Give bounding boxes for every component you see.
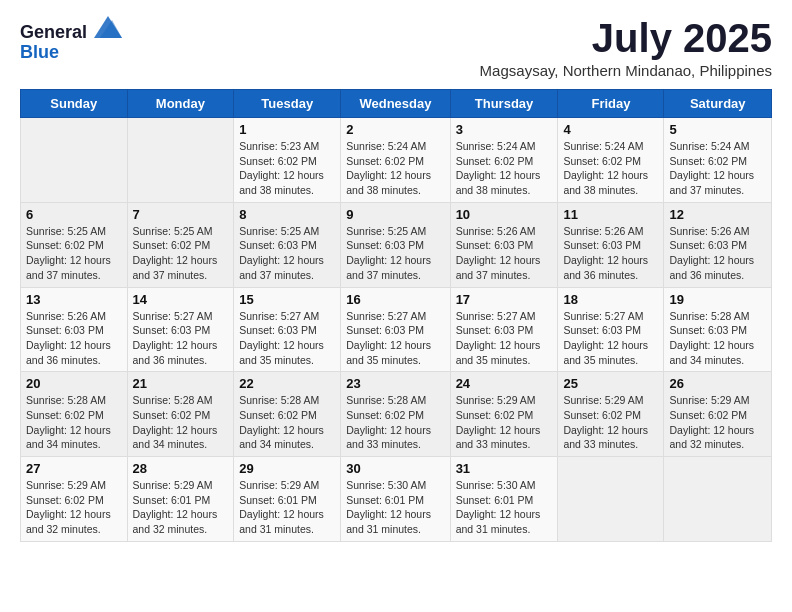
weekday-header-row: SundayMondayTuesdayWednesdayThursdayFrid… bbox=[21, 90, 772, 118]
day-number: 2 bbox=[346, 122, 444, 137]
title-area: July 2025 Magsaysay, Northern Mindanao, … bbox=[480, 16, 772, 79]
calendar-cell: 28Sunrise: 5:29 AM Sunset: 6:01 PM Dayli… bbox=[127, 457, 234, 542]
calendar-cell: 3Sunrise: 5:24 AM Sunset: 6:02 PM Daylig… bbox=[450, 118, 558, 203]
calendar-cell: 9Sunrise: 5:25 AM Sunset: 6:03 PM Daylig… bbox=[341, 202, 450, 287]
day-info: Sunrise: 5:30 AM Sunset: 6:01 PM Dayligh… bbox=[456, 478, 553, 537]
weekday-header-tuesday: Tuesday bbox=[234, 90, 341, 118]
day-info: Sunrise: 5:28 AM Sunset: 6:02 PM Dayligh… bbox=[26, 393, 122, 452]
week-row-2: 6Sunrise: 5:25 AM Sunset: 6:02 PM Daylig… bbox=[21, 202, 772, 287]
calendar-cell: 22Sunrise: 5:28 AM Sunset: 6:02 PM Dayli… bbox=[234, 372, 341, 457]
day-number: 9 bbox=[346, 207, 444, 222]
day-number: 6 bbox=[26, 207, 122, 222]
weekday-header-saturday: Saturday bbox=[664, 90, 772, 118]
calendar-cell: 8Sunrise: 5:25 AM Sunset: 6:03 PM Daylig… bbox=[234, 202, 341, 287]
day-info: Sunrise: 5:29 AM Sunset: 6:01 PM Dayligh… bbox=[133, 478, 229, 537]
day-number: 22 bbox=[239, 376, 335, 391]
day-info: Sunrise: 5:24 AM Sunset: 6:02 PM Dayligh… bbox=[669, 139, 766, 198]
day-info: Sunrise: 5:27 AM Sunset: 6:03 PM Dayligh… bbox=[563, 309, 658, 368]
calendar-cell: 21Sunrise: 5:28 AM Sunset: 6:02 PM Dayli… bbox=[127, 372, 234, 457]
day-number: 10 bbox=[456, 207, 553, 222]
day-info: Sunrise: 5:28 AM Sunset: 6:03 PM Dayligh… bbox=[669, 309, 766, 368]
calendar-cell: 14Sunrise: 5:27 AM Sunset: 6:03 PM Dayli… bbox=[127, 287, 234, 372]
weekday-header-friday: Friday bbox=[558, 90, 664, 118]
day-info: Sunrise: 5:25 AM Sunset: 6:02 PM Dayligh… bbox=[26, 224, 122, 283]
day-number: 17 bbox=[456, 292, 553, 307]
day-number: 28 bbox=[133, 461, 229, 476]
day-number: 25 bbox=[563, 376, 658, 391]
calendar-cell: 11Sunrise: 5:26 AM Sunset: 6:03 PM Dayli… bbox=[558, 202, 664, 287]
day-info: Sunrise: 5:27 AM Sunset: 6:03 PM Dayligh… bbox=[239, 309, 335, 368]
logo-line1: General bbox=[20, 20, 122, 43]
calendar-cell bbox=[21, 118, 128, 203]
day-info: Sunrise: 5:26 AM Sunset: 6:03 PM Dayligh… bbox=[26, 309, 122, 368]
page-container: General Blue July 2025 Magsaysay, Northe… bbox=[0, 0, 792, 562]
week-row-5: 27Sunrise: 5:29 AM Sunset: 6:02 PM Dayli… bbox=[21, 457, 772, 542]
calendar-cell: 18Sunrise: 5:27 AM Sunset: 6:03 PM Dayli… bbox=[558, 287, 664, 372]
calendar-cell: 29Sunrise: 5:29 AM Sunset: 6:01 PM Dayli… bbox=[234, 457, 341, 542]
day-number: 5 bbox=[669, 122, 766, 137]
day-number: 13 bbox=[26, 292, 122, 307]
calendar-cell: 17Sunrise: 5:27 AM Sunset: 6:03 PM Dayli… bbox=[450, 287, 558, 372]
day-number: 7 bbox=[133, 207, 229, 222]
calendar-cell: 20Sunrise: 5:28 AM Sunset: 6:02 PM Dayli… bbox=[21, 372, 128, 457]
logo: General Blue bbox=[20, 20, 122, 63]
calendar-cell: 19Sunrise: 5:28 AM Sunset: 6:03 PM Dayli… bbox=[664, 287, 772, 372]
calendar-cell: 4Sunrise: 5:24 AM Sunset: 6:02 PM Daylig… bbox=[558, 118, 664, 203]
logo-blue: Blue bbox=[20, 42, 59, 62]
day-info: Sunrise: 5:25 AM Sunset: 6:03 PM Dayligh… bbox=[239, 224, 335, 283]
calendar-cell: 6Sunrise: 5:25 AM Sunset: 6:02 PM Daylig… bbox=[21, 202, 128, 287]
day-number: 1 bbox=[239, 122, 335, 137]
day-number: 15 bbox=[239, 292, 335, 307]
day-number: 4 bbox=[563, 122, 658, 137]
calendar-cell: 5Sunrise: 5:24 AM Sunset: 6:02 PM Daylig… bbox=[664, 118, 772, 203]
day-info: Sunrise: 5:27 AM Sunset: 6:03 PM Dayligh… bbox=[456, 309, 553, 368]
logo-text-block: General Blue bbox=[20, 20, 122, 63]
day-info: Sunrise: 5:29 AM Sunset: 6:02 PM Dayligh… bbox=[669, 393, 766, 452]
day-number: 18 bbox=[563, 292, 658, 307]
day-info: Sunrise: 5:25 AM Sunset: 6:02 PM Dayligh… bbox=[133, 224, 229, 283]
calendar-cell: 15Sunrise: 5:27 AM Sunset: 6:03 PM Dayli… bbox=[234, 287, 341, 372]
logo-line2: Blue bbox=[20, 43, 122, 63]
calendar-cell bbox=[558, 457, 664, 542]
day-number: 19 bbox=[669, 292, 766, 307]
day-info: Sunrise: 5:24 AM Sunset: 6:02 PM Dayligh… bbox=[456, 139, 553, 198]
subtitle: Magsaysay, Northern Mindanao, Philippine… bbox=[480, 62, 772, 79]
weekday-header-wednesday: Wednesday bbox=[341, 90, 450, 118]
day-number: 20 bbox=[26, 376, 122, 391]
day-number: 30 bbox=[346, 461, 444, 476]
day-number: 24 bbox=[456, 376, 553, 391]
week-row-4: 20Sunrise: 5:28 AM Sunset: 6:02 PM Dayli… bbox=[21, 372, 772, 457]
calendar-cell: 30Sunrise: 5:30 AM Sunset: 6:01 PM Dayli… bbox=[341, 457, 450, 542]
day-info: Sunrise: 5:29 AM Sunset: 6:02 PM Dayligh… bbox=[563, 393, 658, 452]
day-info: Sunrise: 5:29 AM Sunset: 6:01 PM Dayligh… bbox=[239, 478, 335, 537]
day-info: Sunrise: 5:25 AM Sunset: 6:03 PM Dayligh… bbox=[346, 224, 444, 283]
calendar-cell: 27Sunrise: 5:29 AM Sunset: 6:02 PM Dayli… bbox=[21, 457, 128, 542]
calendar-cell: 26Sunrise: 5:29 AM Sunset: 6:02 PM Dayli… bbox=[664, 372, 772, 457]
calendar-cell: 13Sunrise: 5:26 AM Sunset: 6:03 PM Dayli… bbox=[21, 287, 128, 372]
day-number: 21 bbox=[133, 376, 229, 391]
calendar-cell bbox=[127, 118, 234, 203]
day-number: 14 bbox=[133, 292, 229, 307]
day-number: 16 bbox=[346, 292, 444, 307]
day-info: Sunrise: 5:24 AM Sunset: 6:02 PM Dayligh… bbox=[346, 139, 444, 198]
day-info: Sunrise: 5:29 AM Sunset: 6:02 PM Dayligh… bbox=[26, 478, 122, 537]
day-number: 27 bbox=[26, 461, 122, 476]
calendar-cell: 10Sunrise: 5:26 AM Sunset: 6:03 PM Dayli… bbox=[450, 202, 558, 287]
day-number: 12 bbox=[669, 207, 766, 222]
calendar-cell: 31Sunrise: 5:30 AM Sunset: 6:01 PM Dayli… bbox=[450, 457, 558, 542]
day-info: Sunrise: 5:29 AM Sunset: 6:02 PM Dayligh… bbox=[456, 393, 553, 452]
day-info: Sunrise: 5:30 AM Sunset: 6:01 PM Dayligh… bbox=[346, 478, 444, 537]
weekday-header-monday: Monday bbox=[127, 90, 234, 118]
day-info: Sunrise: 5:27 AM Sunset: 6:03 PM Dayligh… bbox=[133, 309, 229, 368]
day-info: Sunrise: 5:26 AM Sunset: 6:03 PM Dayligh… bbox=[456, 224, 553, 283]
logo-icon bbox=[94, 16, 122, 38]
day-number: 23 bbox=[346, 376, 444, 391]
day-info: Sunrise: 5:28 AM Sunset: 6:02 PM Dayligh… bbox=[239, 393, 335, 452]
day-number: 26 bbox=[669, 376, 766, 391]
day-number: 3 bbox=[456, 122, 553, 137]
week-row-3: 13Sunrise: 5:26 AM Sunset: 6:03 PM Dayli… bbox=[21, 287, 772, 372]
day-number: 29 bbox=[239, 461, 335, 476]
calendar-cell: 23Sunrise: 5:28 AM Sunset: 6:02 PM Dayli… bbox=[341, 372, 450, 457]
day-info: Sunrise: 5:28 AM Sunset: 6:02 PM Dayligh… bbox=[133, 393, 229, 452]
calendar-cell: 12Sunrise: 5:26 AM Sunset: 6:03 PM Dayli… bbox=[664, 202, 772, 287]
